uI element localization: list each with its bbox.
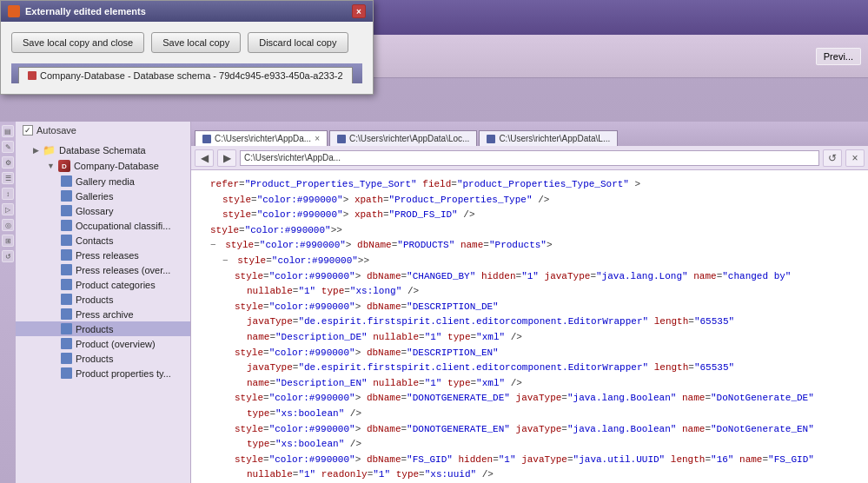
xml-text-2: style="color:#990000"> xpath="PROD_FS_ID… — [222, 209, 475, 220]
xml-line-7: nullable="1" type="xs:long" /> — [247, 284, 861, 300]
xml-line-15: type="xs:boolean" /> — [247, 407, 861, 422]
strip-icon-4[interactable]: ☰ — [2, 172, 14, 184]
sidebar-tree-item-0[interactable]: ▶📁Database Schemata — [16, 142, 190, 158]
dialog-body: Save local copy and close Save local cop… — [1, 22, 373, 94]
xml-text-18: style="color:#990000"> dbName="FS_GID" h… — [235, 454, 814, 465]
list-icon-6 — [61, 235, 72, 246]
sidebar-tree-item-7[interactable]: Press releases — [16, 248, 190, 262]
xml-line-19: nullable="1" readonly="1" type="xs:uuid"… — [247, 467, 861, 483]
tree-item-label-5: Occupational classifi... — [76, 221, 170, 231]
refresh-button[interactable]: ↺ — [823, 149, 842, 167]
tree-item-label-0: Database Schemata — [59, 145, 146, 155]
xml-line-9: javaType="de.espirit.firstspirit.client.… — [247, 314, 861, 330]
xml-text-17: type="xs:boolean" /> — [247, 439, 361, 449]
dialog-tab-icon — [28, 71, 36, 80]
xml-line-16: style="color:#990000"> dbName="DONOTGENE… — [235, 422, 861, 438]
xml-line-2: style="color:#990000"> xpath="PROD_FS_ID… — [222, 208, 861, 223]
tree-item-label-4: Glossary — [76, 206, 113, 216]
xml-text-7: nullable="1" type="xs:long" /> — [247, 286, 419, 296]
expand-arrow-1[interactable]: ▼ — [47, 162, 55, 170]
xml-line-0: refer="Product_Properties_Type_Sort" fie… — [210, 177, 861, 193]
autosave-checkbox[interactable]: ✓ — [23, 125, 33, 136]
sidebar-tree-item-3[interactable]: Galleries — [16, 189, 190, 203]
xml-line-3: style="color:#990000">> — [210, 223, 861, 239]
tree-item-label-8: Press releases (over... — [76, 265, 170, 275]
sidebar-tree-item-4[interactable]: Glossary — [16, 203, 190, 218]
xml-text-5: style="color:#990000">> — [237, 255, 369, 266]
xml-text-4: style="color:#990000"> dbName="PRODUCTS"… — [225, 240, 552, 250]
xml-text-19: nullable="1" readonly="1" type="xs:uuid"… — [247, 469, 494, 480]
strip-icon-5[interactable]: ↕ — [2, 188, 14, 200]
tree-item-label-6: Contacts — [76, 235, 113, 246]
tree-item-label-14: Products — [76, 354, 113, 364]
xml-line-10: name="Description_DE" nullable="1" type=… — [247, 330, 861, 346]
dialog-titlebar: Externally edited elements × — [1, 1, 373, 22]
xml-text-10: name="Description_DE" nullable="1" type=… — [247, 332, 522, 342]
tree-item-label-15: Product properties ty... — [76, 368, 171, 379]
xml-collapse-5[interactable]: − — [222, 255, 234, 266]
sidebar-tree-item-11[interactable]: Press archive — [16, 307, 190, 321]
expand-arrow-0[interactable]: ▶ — [33, 146, 39, 155]
list-icon-8 — [61, 264, 72, 275]
list-icon-11 — [61, 308, 72, 320]
strip-icon-2[interactable]: ✎ — [2, 141, 14, 153]
browser-tab-1[interactable]: C:\Users\richter\AppData\Loc... — [329, 130, 477, 146]
tree-item-label-1: Company-Database — [74, 161, 159, 171]
sidebar-tree-item-14[interactable]: Products — [16, 351, 190, 366]
discard-local-copy-button[interactable]: Discard local copy — [248, 32, 348, 53]
tree-item-label-9: Product categories — [76, 280, 156, 290]
dialog-close-button[interactable]: × — [352, 4, 366, 18]
folder-icon-0: 📁 — [43, 144, 56, 156]
browser-area: C:\Users\richter\AppDa...×C:\Users\richt… — [191, 122, 868, 483]
browser-addressbar: ◀ ▶ ↺ × — [191, 146, 868, 170]
xml-line-1: style="color:#990000"> xpath="Product_Pr… — [222, 193, 861, 208]
dialog-titlebar-left: Externally edited elements — [8, 5, 146, 17]
strip-icon-3[interactable]: ⚙ — [2, 156, 14, 169]
tree-item-label-12: Products — [76, 324, 113, 334]
list-icon-9 — [61, 279, 72, 290]
save-local-copy-close-button[interactable]: Save local copy and close — [11, 32, 144, 53]
browser-tab-0[interactable]: C:\Users\richter\AppDa...× — [195, 130, 328, 146]
save-local-copy-button[interactable]: Save local copy — [151, 32, 241, 53]
list-icon-14 — [61, 353, 72, 364]
sidebar-tree-item-5[interactable]: Occupational classifi... — [16, 218, 190, 233]
list-icon-7 — [61, 249, 72, 261]
strip-icon-9[interactable]: ↺ — [2, 250, 14, 262]
tab-close-0[interactable]: × — [315, 134, 320, 143]
tab-page-icon-1 — [337, 135, 346, 143]
preview-button[interactable]: Previ... — [816, 48, 861, 65]
strip-icon-1[interactable]: ▤ — [2, 125, 14, 137]
strip-icon-6[interactable]: ▷ — [2, 203, 14, 215]
tab-page-icon-0 — [202, 135, 211, 143]
sidebar-tree-item-8[interactable]: Press releases (over... — [16, 262, 190, 277]
xml-collapse-4[interactable]: − — [210, 240, 222, 250]
address-input[interactable] — [240, 150, 819, 166]
tree-item-label-10: Products — [76, 294, 113, 305]
xml-text-9: javaType="de.espirit.firstspirit.client.… — [247, 316, 734, 327]
sidebar-tree-item-1[interactable]: ▼DCompany-Database — [16, 158, 190, 174]
xml-line-4: − style="color:#990000"> dbName="PRODUCT… — [210, 238, 861, 254]
sidebar-tree-item-6[interactable]: Contacts — [16, 233, 190, 248]
sidebar-tree-item-15[interactable]: Product properties ty... — [16, 366, 190, 380]
sidebar-tree-item-9[interactable]: Product categories — [16, 277, 190, 292]
strip-icon-8[interactable]: ⊞ — [2, 235, 14, 247]
stop-button[interactable]: × — [845, 149, 865, 167]
browser-tab-2[interactable]: C:\Users\richter\AppData\L... — [479, 130, 618, 146]
xml-line-13: name="Description_EN" nullable="1" type=… — [247, 376, 861, 392]
sidebar: ✓ Autosave ▶📁Database Schemata▼DCompany-… — [16, 122, 191, 483]
list-icon-2 — [61, 175, 72, 187]
xml-text-6: style="color:#990000"> dbName="CHANGED_B… — [235, 271, 791, 281]
back-button[interactable]: ◀ — [195, 149, 214, 167]
xml-text-3: style="color:#990000">> — [210, 225, 342, 235]
forward-button[interactable]: ▶ — [217, 149, 236, 167]
xml-line-6: style="color:#990000"> dbName="CHANGED_B… — [235, 269, 861, 285]
xml-content-area[interactable]: refer="Product_Properties_Type_Sort" fie… — [191, 170, 868, 483]
sidebar-tree-item-12[interactable]: Products — [16, 321, 190, 336]
autosave-label: Autosave — [36, 125, 76, 136]
sidebar-tree-item-10[interactable]: Products — [16, 292, 190, 307]
sidebar-tree-item-13[interactable]: Product (overview) — [16, 336, 190, 351]
strip-icon-7[interactable]: ◎ — [2, 219, 14, 231]
dialog-icon — [8, 5, 20, 17]
dialog-tab[interactable]: Company-Database - Database schema - 79d… — [18, 67, 353, 83]
sidebar-tree-item-2[interactable]: Gallery media — [16, 174, 190, 189]
